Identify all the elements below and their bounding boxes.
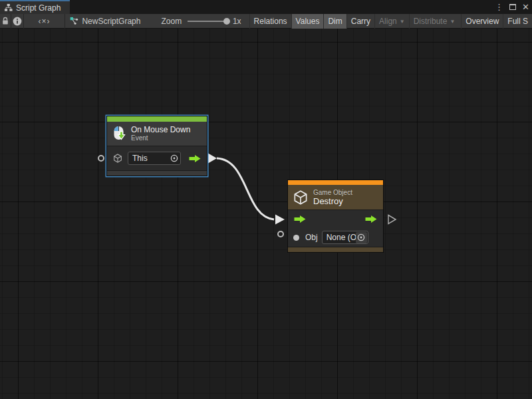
script-graph-icon <box>70 17 78 25</box>
this-value-text: This <box>128 154 168 163</box>
close-icon[interactable]: ✕ <box>522 0 529 14</box>
node-accent-bar <box>107 116 207 122</box>
node-body: This <box>107 146 207 170</box>
object-picker-button[interactable] <box>356 232 367 243</box>
wire-arrowhead <box>275 215 285 225</box>
chevron-down-icon: ▼ <box>450 19 455 25</box>
target-port-row: This <box>107 146 207 170</box>
graph-name-button[interactable]: NewScriptGraph <box>70 17 140 26</box>
node-header: On Mouse Down Event <box>107 122 207 146</box>
obj-port-label: Obj <box>305 233 318 242</box>
tab-bar: Script Graph ⋮ ✕ <box>0 0 532 14</box>
flow-output-arrow-icon[interactable] <box>188 154 201 163</box>
distribute-button[interactable]: Distribute ▼ <box>409 14 460 29</box>
graph-hierarchy-icon <box>4 3 13 12</box>
graph-canvas[interactable]: On Mouse Down Event This <box>0 29 532 399</box>
flow-port-row <box>288 210 383 228</box>
zoom-slider[interactable] <box>188 18 229 25</box>
zoom-value: 1x <box>233 17 241 26</box>
node-subtitle: Event <box>131 134 190 142</box>
carry-button[interactable]: Carry <box>346 14 374 29</box>
zoom-label: Zoom <box>161 17 182 26</box>
flow-output-arrow-icon[interactable] <box>364 215 378 223</box>
code-icon: ‹×› <box>39 17 51 26</box>
tab-script-graph[interactable]: Script Graph <box>0 0 70 14</box>
node-category: Game Object <box>313 189 352 197</box>
target-icon <box>170 154 178 162</box>
obj-input-port[interactable] <box>277 231 284 237</box>
node-footer <box>107 170 207 176</box>
node-destroy[interactable]: Game Object Destroy Obj <box>287 180 384 253</box>
object-picker-button[interactable] <box>168 153 180 164</box>
connection-wire <box>217 158 274 219</box>
wire-start-triangle <box>208 154 217 164</box>
code-view-button[interactable]: ‹×› <box>24 14 65 29</box>
cube-icon <box>292 189 309 206</box>
overview-button[interactable]: Overview <box>461 14 503 29</box>
lock-icon <box>1 17 9 25</box>
relations-button[interactable]: Relations <box>249 14 291 29</box>
fullscreen-button[interactable]: Full S <box>503 14 532 29</box>
obj-value-field[interactable]: None (O <box>322 231 368 244</box>
toolbar-buttons: Relations Values Dim Carry Align ▼ Distr… <box>249 14 532 29</box>
node-accent-bar <box>288 180 383 185</box>
lock-button[interactable] <box>0 14 11 29</box>
obj-port-row: Obj None (O <box>288 228 383 247</box>
node-body: Obj None (O <box>288 209 383 247</box>
window-controls: ⋮ ✕ <box>495 0 529 14</box>
destroy-output-port-triangle <box>388 215 396 224</box>
dim-button[interactable]: Dim <box>323 14 346 29</box>
this-value-field[interactable]: This <box>128 152 181 165</box>
wire-layer <box>0 29 532 399</box>
obj-port-dot[interactable] <box>293 235 299 241</box>
maximize-icon[interactable] <box>509 4 516 10</box>
script-graph-window: Script Graph ⋮ ✕ ‹×› <box>0 0 532 399</box>
node-title: On Mouse Down <box>131 125 190 134</box>
align-button[interactable]: Align ▼ <box>374 14 409 29</box>
zoom-slider-handle[interactable] <box>223 18 230 25</box>
target-icon <box>357 233 365 241</box>
target-input-port[interactable] <box>98 155 104 162</box>
values-button[interactable]: Values <box>291 14 324 29</box>
chevron-down-icon: ▼ <box>400 19 405 25</box>
node-footer <box>288 247 383 252</box>
toolbar-separator <box>65 14 65 29</box>
tab-title: Script Graph <box>16 3 61 13</box>
menu-icon[interactable]: ⋮ <box>495 0 503 14</box>
node-title: Destroy <box>313 197 352 206</box>
graph-toolbar: ‹×› NewScriptGraph Zoom 1x Relations Val… <box>0 14 532 29</box>
flow-input-arrow-icon[interactable] <box>293 215 307 223</box>
node-header: Game Object Destroy <box>288 185 383 209</box>
cube-icon <box>112 153 123 164</box>
info-button[interactable] <box>11 14 23 29</box>
graph-name-label: NewScriptGraph <box>82 17 140 26</box>
zoom-slider-track <box>188 21 229 22</box>
node-on-mouse-down[interactable]: On Mouse Down Event This <box>106 116 207 176</box>
info-icon <box>13 17 22 26</box>
mouse-down-icon <box>111 126 127 142</box>
obj-value-text: None (O <box>323 233 356 242</box>
